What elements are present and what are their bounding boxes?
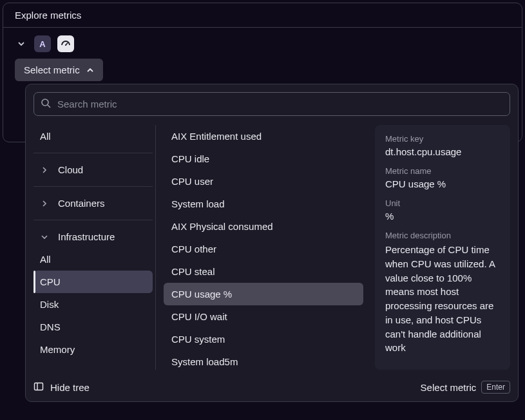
detail-desc-value: Percentage of CPU time when CPU was util…: [385, 243, 500, 355]
query-row: A: [3, 28, 522, 55]
hide-tree-label: Hide tree: [50, 382, 90, 393]
tree-item-all-top[interactable]: All: [33, 125, 153, 148]
divider: [33, 220, 153, 220]
chevron-down-icon: [40, 234, 49, 240]
metric-item[interactable]: CPU user: [164, 170, 363, 193]
metric-item[interactable]: System load5m: [164, 350, 363, 370]
tree-item-cloud[interactable]: Cloud: [33, 158, 153, 181]
hide-tree-button[interactable]: Hide tree: [33, 381, 90, 394]
search-icon: [41, 98, 51, 110]
select-metric-dropdown-button[interactable]: Select metric: [15, 59, 103, 81]
metric-item[interactable]: CPU system: [164, 328, 363, 350]
chevron-right-icon: [40, 200, 49, 207]
metric-item[interactable]: CPU I/O wait: [164, 305, 363, 328]
select-metric-action[interactable]: Select metric Enter: [421, 381, 510, 394]
divider: [33, 186, 153, 187]
tree-label: Containers: [58, 198, 105, 209]
svg-point-2: [42, 99, 48, 106]
metric-list[interactable]: AIX Entitlement used CPU idle CPU user S…: [164, 125, 367, 370]
tree-item-disk[interactable]: Disk: [33, 293, 153, 316]
select-metric-label: Select metric: [421, 382, 477, 393]
select-metric-label: Select metric: [24, 64, 80, 75]
enter-key-badge: Enter: [481, 381, 510, 394]
metric-item[interactable]: AIX Entitlement used: [164, 125, 363, 148]
metric-item[interactable]: AIX Physical consumed: [164, 215, 363, 238]
page-title: Explore metrics: [3, 3, 522, 28]
picker-columns: All Cloud Containers: [33, 125, 510, 370]
detail-name-label: Metric name: [385, 166, 500, 176]
query-letter-badge[interactable]: A: [34, 35, 51, 52]
tree-item-infrastructure[interactable]: Infrastructure: [33, 225, 153, 248]
explore-metrics-panel: Explore metrics A Select metric: [3, 3, 522, 142]
category-tree[interactable]: All Cloud Containers: [33, 125, 156, 370]
picker-footer: Hide tree Select metric Enter: [33, 370, 510, 394]
divider: [33, 153, 153, 153]
metric-item[interactable]: CPU steal: [164, 260, 363, 283]
metric-item-active[interactable]: CPU usage %: [164, 283, 363, 305]
metric-picker-dropdown: All Cloud Containers: [25, 84, 519, 402]
svg-line-3: [48, 105, 50, 108]
search-wrapper: [33, 92, 510, 116]
throughput-icon[interactable]: [57, 35, 74, 52]
metric-item[interactable]: CPU idle: [164, 148, 363, 170]
tree-item-cpu[interactable]: CPU: [33, 271, 153, 293]
detail-key-value: dt.host.cpu.usage: [385, 146, 500, 157]
detail-desc-label: Metric description: [385, 231, 500, 240]
panel-collapse-icon: [33, 381, 44, 394]
tree-item-infra-all[interactable]: All: [33, 248, 153, 271]
search-input[interactable]: [57, 99, 503, 110]
collapse-query-icon[interactable]: [15, 37, 28, 50]
tree-item-memory[interactable]: Memory: [33, 338, 153, 361]
detail-key-label: Metric key: [385, 134, 500, 144]
svg-line-1: [66, 43, 68, 46]
tree-label: Infrastructure: [58, 231, 115, 242]
metric-item[interactable]: System load: [164, 193, 363, 215]
detail-unit-value: %: [385, 211, 500, 222]
tree-item-containers[interactable]: Containers: [33, 192, 153, 215]
tree-label: Cloud: [58, 164, 83, 175]
chevron-right-icon: [40, 167, 49, 173]
detail-name-value: CPU usage %: [385, 178, 500, 189]
svg-rect-4: [35, 383, 43, 390]
detail-unit-label: Unit: [385, 198, 500, 208]
metric-item[interactable]: CPU other: [164, 238, 363, 260]
tree-item-dns[interactable]: DNS: [33, 316, 153, 338]
metric-detail-panel: Metric key dt.host.cpu.usage Metric name…: [375, 125, 510, 370]
